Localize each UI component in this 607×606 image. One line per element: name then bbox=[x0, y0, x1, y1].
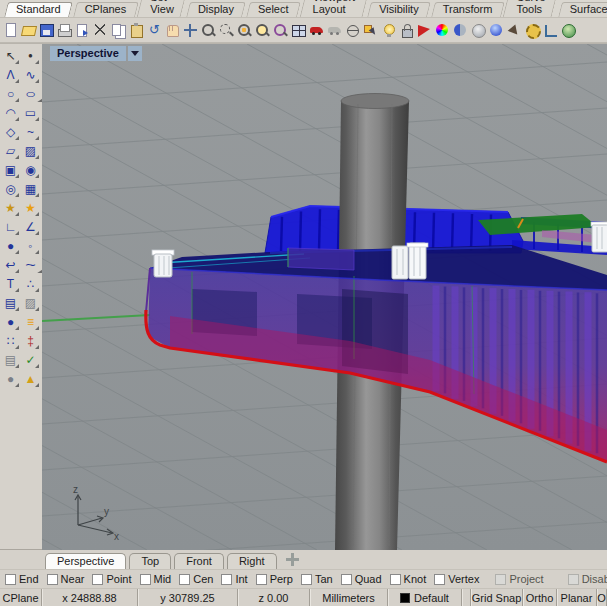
point-icon[interactable]: ● bbox=[21, 46, 40, 65]
gears-icon[interactable] bbox=[524, 22, 541, 39]
cursor-triangle-icon[interactable] bbox=[506, 22, 523, 39]
menu-tab[interactable]: Standard bbox=[4, 1, 73, 17]
red-wedge-icon[interactable] bbox=[416, 22, 433, 39]
viewport-3d-scene[interactable]: z y x bbox=[42, 44, 607, 550]
selection-arrow-icon[interactable]: ↖ bbox=[1, 46, 20, 65]
osnap-item[interactable]: End bbox=[5, 573, 39, 585]
viewport-tab[interactable]: Perspective bbox=[45, 553, 126, 569]
viewport-title[interactable]: Perspective bbox=[50, 46, 126, 61]
osnap-item[interactable]: Point bbox=[92, 573, 131, 585]
shadow-sphere-icon[interactable]: ● bbox=[1, 312, 20, 331]
viewport-layout-icon[interactable] bbox=[290, 22, 307, 39]
print-icon[interactable] bbox=[56, 22, 73, 39]
copy-icon[interactable] bbox=[110, 22, 127, 39]
paste-icon[interactable] bbox=[128, 22, 145, 39]
osnap-checkbox[interactable] bbox=[47, 574, 58, 585]
status-toggle[interactable]: O bbox=[597, 589, 607, 606]
blocks-icon[interactable]: ▤ bbox=[1, 293, 20, 312]
viewport-tab[interactable]: Front bbox=[174, 553, 224, 569]
status-toggle[interactable]: Planar bbox=[557, 589, 597, 606]
bollard-right[interactable] bbox=[591, 222, 607, 252]
osnap-checkbox[interactable] bbox=[221, 574, 232, 585]
status-cell[interactable]: y 30789.25 bbox=[138, 589, 238, 606]
lamp-icon[interactable]: ≡ bbox=[21, 312, 40, 331]
status-cell[interactable]: z 0.00 bbox=[238, 589, 310, 606]
handle-curve-icon[interactable]: ~ bbox=[16, 255, 45, 274]
osnap-item[interactable]: Quad bbox=[341, 573, 382, 585]
circle-radius-icon[interactable] bbox=[344, 22, 361, 39]
rectangle-icon[interactable]: ▭ bbox=[21, 103, 40, 122]
lightbulb-icon[interactable] bbox=[380, 22, 397, 39]
osnap-item[interactable]: Knot bbox=[390, 573, 427, 585]
ghosted-sphere-icon[interactable] bbox=[470, 22, 487, 39]
zoom-dynamic-icon[interactable] bbox=[200, 22, 217, 39]
box-icon[interactable]: ▣ bbox=[1, 160, 20, 179]
status-cell[interactable]: x 24888.88 bbox=[42, 589, 138, 606]
osnap-checkbox[interactable] bbox=[568, 574, 579, 585]
osnap-item[interactable]: Cen bbox=[179, 573, 213, 585]
zoom-extents-icon[interactable] bbox=[254, 22, 271, 39]
polygon-icon[interactable]: ◇ bbox=[1, 122, 20, 141]
osnap-checkbox[interactable] bbox=[92, 574, 103, 585]
viewport-title-dropdown-icon[interactable] bbox=[128, 46, 142, 61]
osnap-checkbox[interactable] bbox=[341, 574, 352, 585]
menu-tab[interactable]: Set View bbox=[138, 0, 186, 17]
osnap-checkbox[interactable] bbox=[179, 574, 190, 585]
pan-view-icon[interactable] bbox=[164, 22, 181, 39]
fillet-icon[interactable]: ∟ bbox=[1, 217, 20, 236]
menu-tab[interactable]: Surface bbox=[558, 1, 607, 17]
status-cell[interactable]: Default bbox=[388, 589, 462, 606]
osnap-checkbox[interactable] bbox=[5, 574, 16, 585]
pyramid-icon[interactable]: ▲ bbox=[21, 369, 40, 388]
explode-icon[interactable]: ★ bbox=[21, 198, 40, 217]
boolean-star-icon[interactable]: ★ bbox=[1, 198, 20, 217]
zoom-selected-icon[interactable] bbox=[236, 22, 253, 39]
status-toggle[interactable]: Ortho bbox=[523, 589, 557, 606]
interp-curve-icon[interactable]: ∿ bbox=[21, 65, 40, 84]
circles-icon[interactable]: ◦ bbox=[21, 236, 40, 255]
chain-icon[interactable]: ‡ bbox=[21, 331, 40, 350]
bollard-middle[interactable] bbox=[392, 243, 428, 279]
arc-icon[interactable]: ◠ bbox=[1, 103, 20, 122]
spheres-dark-icon[interactable]: ● bbox=[1, 236, 20, 255]
osnap-item[interactable]: Project bbox=[495, 573, 543, 585]
status-cell[interactable]: Millimeters bbox=[310, 589, 388, 606]
osnap-item[interactable]: Tan bbox=[301, 573, 333, 585]
zoom-window-icon[interactable] bbox=[218, 22, 235, 39]
viewport-tab[interactable]: Top bbox=[129, 553, 171, 569]
status-cell[interactable]: CPlane bbox=[0, 589, 42, 606]
lock-icon[interactable] bbox=[398, 22, 415, 39]
bollard-left[interactable] bbox=[152, 250, 174, 277]
mesh-icon[interactable]: ▦ bbox=[21, 179, 40, 198]
patch-surface-icon[interactable]: ▨ bbox=[21, 141, 40, 160]
osnap-checkbox[interactable] bbox=[434, 574, 445, 585]
perspective-viewport[interactable]: Perspective bbox=[42, 44, 607, 550]
new-document-icon[interactable] bbox=[2, 22, 19, 39]
osnap-checkbox[interactable] bbox=[140, 574, 151, 585]
open-file-icon[interactable] bbox=[20, 22, 37, 39]
shaded-sphere-icon[interactable] bbox=[452, 22, 469, 39]
osnap-checkbox[interactable] bbox=[495, 574, 506, 585]
osnap-checkbox[interactable] bbox=[390, 574, 401, 585]
notebook-icon[interactable]: ▤ bbox=[1, 350, 20, 369]
status-toggle[interactable]: Grid Snap bbox=[471, 589, 523, 606]
save-icon[interactable] bbox=[38, 22, 55, 39]
chamfer-icon[interactable]: ∠ bbox=[21, 217, 40, 236]
osnap-item[interactable]: Vertex bbox=[434, 573, 479, 585]
menu-tab[interactable]: Visibility bbox=[367, 1, 431, 17]
rotate-view-icon[interactable] bbox=[182, 22, 199, 39]
osnap-item[interactable]: Near bbox=[47, 573, 85, 585]
osnap-checkbox[interactable] bbox=[301, 574, 312, 585]
rendered-sphere-icon[interactable] bbox=[488, 22, 505, 39]
move-points-icon[interactable]: ∴ bbox=[21, 274, 40, 293]
cplane-axes-icon[interactable] bbox=[542, 22, 559, 39]
check-mark-icon[interactable]: ✓ bbox=[21, 350, 40, 369]
osnap-item[interactable]: Mid bbox=[140, 573, 172, 585]
zoom-target-icon[interactable] bbox=[272, 22, 289, 39]
osnap-item[interactable]: Int bbox=[221, 573, 247, 585]
copy-page-icon[interactable] bbox=[74, 22, 91, 39]
red-car-icon[interactable] bbox=[308, 22, 325, 39]
menu-tab[interactable]: Curve Tools bbox=[504, 0, 557, 17]
gray-car-icon[interactable] bbox=[326, 22, 343, 39]
polyline-icon[interactable]: Λ bbox=[1, 65, 20, 84]
